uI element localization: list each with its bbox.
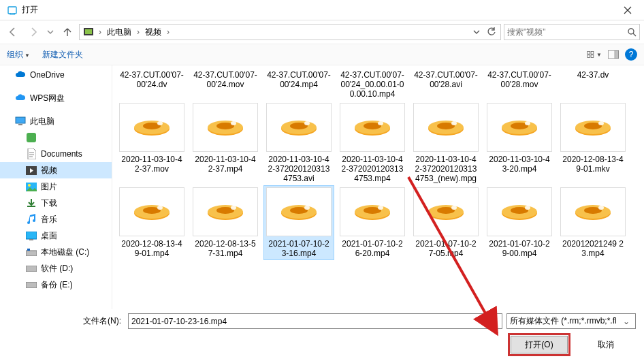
sidebar-item-label: 音乐 — [41, 214, 57, 225]
music-icon — [26, 214, 37, 225]
svg-point-45 — [525, 121, 530, 125]
file-item[interactable]: 2021-01-07-10-26-20.mp4 — [337, 185, 408, 260]
back-button[interactable] — [4, 23, 22, 41]
file-name: 42-37.CUT.00'07-00'28.avi — [413, 70, 479, 89]
sidebar-onedrive[interactable]: OneDrive — [0, 67, 112, 83]
view-options-button[interactable]: ▼ — [587, 47, 602, 62]
close-button[interactable] — [614, 0, 641, 20]
filename-dropdown[interactable]: ⌄ — [487, 317, 499, 326]
sidebar-wps[interactable]: WPS网盘 — [0, 90, 112, 106]
file-item[interactable]: 42-37.CUT.00'07-00'24.dv — [116, 68, 187, 101]
file-item[interactable]: 42-37.CUT.00'07-00'28.mov — [484, 68, 555, 101]
preview-pane-button[interactable] — [606, 47, 621, 62]
search-box[interactable] — [504, 24, 640, 40]
file-item[interactable]: 42-37.CUT.00'07-00'24.mov — [190, 68, 261, 101]
help-button[interactable]: ? — [625, 48, 637, 61]
file-item[interactable]: 2021-01-07-10-23-16.mp4 — [263, 185, 334, 260]
open-button[interactable]: 打开(O) — [511, 336, 568, 353]
chevron-right-icon[interactable]: › — [97, 27, 103, 37]
file-item[interactable]: 2020-12-08-13-49-01.mkv — [558, 101, 628, 185]
sidebar-thispc[interactable]: 此电脑 — [0, 113, 112, 129]
file-item[interactable]: 2020-11-03-10-42-3720201203134753.avi — [263, 101, 334, 185]
breadcrumb-thispc[interactable]: 此电脑 — [104, 25, 134, 40]
sidebar-item-label: 软件 (D:) — [41, 263, 73, 274]
address-dropdown[interactable] — [469, 25, 484, 40]
svg-rect-18 — [26, 251, 37, 256]
file-item[interactable]: 2020-11-03-10-42-37.mp4 — [190, 101, 261, 185]
file-item[interactable]: 2020-12-08-13-57-31.mp4 — [190, 185, 261, 260]
address-bar[interactable]: › 此电脑 › 视频 › — [79, 24, 501, 40]
filename-field[interactable]: ⌄ — [128, 313, 502, 329]
video-thumbnail-icon — [413, 103, 479, 152]
file-item[interactable]: 2020-11-03-10-42-3720201203134753.mp4 — [337, 101, 408, 185]
file-item[interactable]: 42-37.CUT.00'07-00'24.mp4 — [263, 68, 334, 101]
file-item[interactable]: 42-37.CUT.00'07-00'28.avi — [410, 68, 481, 101]
drive-icon — [26, 263, 37, 274]
svg-rect-16 — [26, 232, 37, 239]
filetype-select[interactable]: 所有媒体文件 (*.rm;*.rmvb;*.fl ⌄ — [506, 313, 636, 329]
file-item[interactable]: 2020-12-08-13-49-01.mp4 — [116, 185, 187, 260]
file-item[interactable]: 202012021249 23.mp4 — [558, 185, 628, 260]
file-name: 2021-01-07-10-26-20.mp4 — [339, 239, 406, 258]
filename-label: 文件名(N): — [8, 315, 124, 327]
sidebar-videos[interactable]: 视频 — [0, 162, 112, 178]
chevron-right-icon[interactable]: › — [165, 27, 171, 37]
organize-menu[interactable]: 组织▼ — [7, 49, 30, 61]
cloud-icon — [15, 69, 26, 80]
svg-rect-6 — [587, 55, 590, 58]
video-icon — [26, 165, 37, 176]
search-input[interactable] — [507, 27, 627, 37]
breadcrumb-videos[interactable]: 视频 — [142, 25, 164, 40]
chevron-right-icon[interactable]: › — [135, 27, 141, 37]
sidebar-drive-c[interactable]: 本地磁盘 (C:) — [0, 244, 112, 260]
sidebar-desktop[interactable]: 桌面 — [0, 227, 112, 244]
svg-point-69 — [451, 206, 457, 210]
file-item[interactable]: 42-37.dv — [558, 68, 628, 101]
svg-point-15 — [28, 184, 31, 187]
svg-point-37 — [378, 121, 383, 125]
cancel-button[interactable]: 取消 — [577, 336, 634, 353]
file-item[interactable]: 2020-11-03-10-42-37.mov — [116, 101, 187, 185]
up-button[interactable] — [59, 23, 76, 41]
file-item[interactable]: 2020-11-03-10-43-20.mp4 — [484, 101, 555, 185]
sidebar-item-label: 此电脑 — [30, 116, 54, 127]
sidebar-recent-app[interactable] — [0, 129, 112, 146]
svg-rect-21 — [26, 282, 37, 288]
svg-rect-19 — [27, 249, 30, 251]
file-item[interactable]: 2021-01-07-10-29-00.mp4 — [484, 185, 555, 260]
file-item[interactable]: 2021-01-07-10-27-05.mp4 — [410, 185, 481, 260]
file-name: 202012021249 23.mp4 — [560, 239, 626, 258]
sidebar-item-label: 备份 (E:) — [41, 279, 73, 291]
file-list[interactable]: 42-37.CUT.00'07-00'24.dv42-37.CUT.00'07-… — [112, 65, 644, 309]
file-name: 42-37.CUT.00'07-00'24.mov — [192, 70, 259, 89]
sidebar-item-label: 图片 — [41, 181, 57, 193]
sidebar-item-label: Documents — [41, 149, 82, 159]
forward-button[interactable] — [25, 23, 42, 41]
document-icon — [26, 148, 37, 159]
sidebar-music[interactable]: 音乐 — [0, 211, 112, 227]
refresh-button[interactable] — [484, 25, 499, 40]
file-item[interactable]: 42-37.CUT.00'07-00'24_00.00.01-00.00.10.… — [337, 68, 408, 101]
file-name: 2020-11-03-10-42-3720201203134753_(new).… — [413, 155, 479, 183]
sidebar-downloads[interactable]: 下载 — [0, 195, 112, 211]
svg-rect-0 — [8, 7, 16, 14]
video-thumbnail-icon — [193, 187, 258, 236]
sidebar-pictures[interactable]: 图片 — [0, 178, 112, 195]
app-icon — [7, 5, 18, 16]
video-thumbnail-icon — [487, 103, 552, 152]
sidebar-drive-d[interactable]: 软件 (D:) — [0, 260, 112, 277]
download-icon — [26, 198, 37, 208]
file-name: 2020-11-03-10-42-37.mov — [118, 155, 185, 174]
sidebar-drive-e[interactable]: 备份 (E:) — [0, 277, 112, 293]
file-item[interactable]: 2020-11-03-10-42-3720201203134753_(new).… — [410, 101, 481, 185]
video-thumbnail-icon — [560, 187, 626, 236]
filetype-label: 所有媒体文件 (*.rm;*.rmvb;*.fl — [510, 315, 620, 327]
file-name: 42-37.CUT.00'07-00'24.dv — [118, 70, 185, 89]
sidebar-documents[interactable]: Documents — [0, 146, 112, 162]
filename-input[interactable] — [131, 317, 487, 326]
recent-dropdown[interactable] — [45, 23, 56, 41]
newfolder-button[interactable]: 新建文件夹 — [42, 49, 83, 61]
picture-icon — [26, 181, 37, 192]
video-thumbnail-icon — [119, 103, 184, 152]
search-icon[interactable] — [627, 27, 637, 37]
